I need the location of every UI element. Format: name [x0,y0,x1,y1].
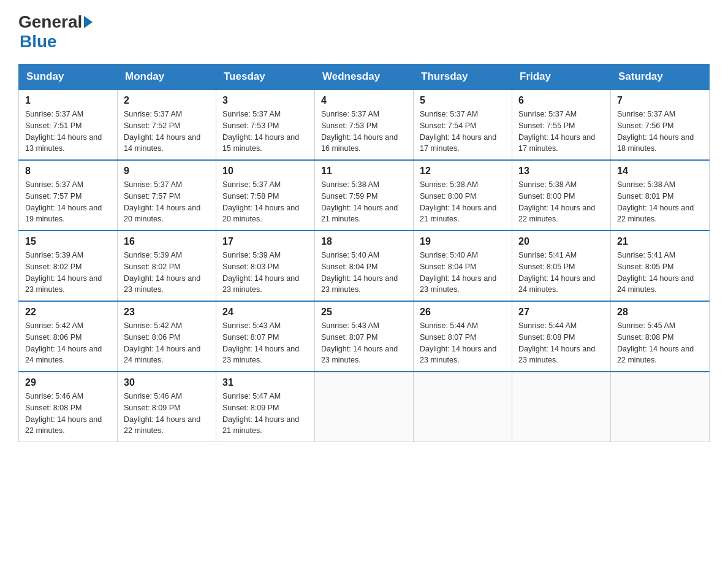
day-number: 3 [222,95,308,106]
weekday-header-tuesday: Tuesday [216,64,315,90]
day-info: Sunrise: 5:40 AMSunset: 8:04 PMDaylight:… [420,250,506,296]
calendar-cell: 11Sunrise: 5:38 AMSunset: 7:59 PMDayligh… [315,160,414,231]
calendar-cell: 18Sunrise: 5:40 AMSunset: 8:04 PMDayligh… [315,231,414,301]
logo: General Blue [18,12,94,52]
calendar-cell: 30Sunrise: 5:46 AMSunset: 8:09 PMDayligh… [118,372,216,442]
calendar-cell: 28Sunrise: 5:45 AMSunset: 8:08 PMDayligh… [611,301,710,372]
day-info: Sunrise: 5:42 AMSunset: 8:06 PMDaylight:… [124,320,210,366]
weekday-header-sunday: Sunday [19,64,118,90]
calendar-cell: 29Sunrise: 5:46 AMSunset: 8:08 PMDayligh… [19,372,118,442]
day-info: Sunrise: 5:38 AMSunset: 8:00 PMDaylight:… [420,179,506,225]
calendar-cell [611,372,710,442]
calendar-cell [315,372,414,442]
calendar-week-1: 1Sunrise: 5:37 AMSunset: 7:51 PMDaylight… [19,90,710,160]
day-number: 2 [124,95,210,106]
day-number: 14 [617,166,703,177]
day-number: 20 [518,236,604,247]
weekday-header-thursday: Thursday [414,64,512,90]
day-info: Sunrise: 5:42 AMSunset: 8:06 PMDaylight:… [25,320,111,366]
calendar-cell: 12Sunrise: 5:38 AMSunset: 8:00 PMDayligh… [414,160,512,231]
calendar-cell: 26Sunrise: 5:44 AMSunset: 8:07 PMDayligh… [414,301,512,372]
calendar-cell: 24Sunrise: 5:43 AMSunset: 8:07 PMDayligh… [216,301,315,372]
calendar-cell: 15Sunrise: 5:39 AMSunset: 8:02 PMDayligh… [19,231,118,301]
day-number: 24 [222,307,308,318]
calendar-cell: 3Sunrise: 5:37 AMSunset: 7:53 PMDaylight… [216,90,315,160]
calendar-cell: 20Sunrise: 5:41 AMSunset: 8:05 PMDayligh… [512,231,611,301]
day-number: 16 [124,236,210,247]
day-number: 30 [124,377,210,388]
day-info: Sunrise: 5:37 AMSunset: 7:51 PMDaylight:… [25,109,111,155]
calendar-cell: 7Sunrise: 5:37 AMSunset: 7:56 PMDaylight… [611,90,710,160]
calendar-cell: 9Sunrise: 5:37 AMSunset: 7:57 PMDaylight… [118,160,216,231]
day-number: 22 [25,307,111,318]
day-number: 12 [420,166,506,177]
day-info: Sunrise: 5:43 AMSunset: 8:07 PMDaylight:… [321,320,407,366]
day-info: Sunrise: 5:38 AMSunset: 7:59 PMDaylight:… [321,179,407,225]
day-number: 8 [25,166,111,177]
day-info: Sunrise: 5:37 AMSunset: 7:57 PMDaylight:… [25,179,111,225]
day-info: Sunrise: 5:38 AMSunset: 8:00 PMDaylight:… [518,179,604,225]
day-number: 1 [25,95,111,106]
day-info: Sunrise: 5:37 AMSunset: 7:57 PMDaylight:… [124,179,210,225]
day-number: 4 [321,95,407,106]
calendar-cell: 21Sunrise: 5:41 AMSunset: 8:05 PMDayligh… [611,231,710,301]
calendar-cell: 6Sunrise: 5:37 AMSunset: 7:55 PMDaylight… [512,90,611,160]
day-info: Sunrise: 5:46 AMSunset: 8:09 PMDaylight:… [124,391,210,437]
calendar-cell: 22Sunrise: 5:42 AMSunset: 8:06 PMDayligh… [19,301,118,372]
weekday-header-wednesday: Wednesday [315,64,414,90]
day-number: 23 [124,307,210,318]
calendar-cell: 17Sunrise: 5:39 AMSunset: 8:03 PMDayligh… [216,231,315,301]
day-info: Sunrise: 5:37 AMSunset: 7:53 PMDaylight:… [321,109,407,155]
weekday-header-friday: Friday [512,64,611,90]
day-info: Sunrise: 5:40 AMSunset: 8:04 PMDaylight:… [321,250,407,296]
day-number: 11 [321,166,407,177]
day-info: Sunrise: 5:37 AMSunset: 7:54 PMDaylight:… [420,109,506,155]
calendar-cell: 10Sunrise: 5:37 AMSunset: 7:58 PMDayligh… [216,160,315,231]
day-number: 27 [518,307,604,318]
calendar-cell: 31Sunrise: 5:47 AMSunset: 8:09 PMDayligh… [216,372,315,442]
day-number: 17 [222,236,308,247]
day-number: 5 [420,95,506,106]
calendar-week-5: 29Sunrise: 5:46 AMSunset: 8:08 PMDayligh… [19,372,710,442]
day-info: Sunrise: 5:44 AMSunset: 8:07 PMDaylight:… [420,320,506,366]
calendar-cell: 23Sunrise: 5:42 AMSunset: 8:06 PMDayligh… [118,301,216,372]
day-info: Sunrise: 5:41 AMSunset: 8:05 PMDaylight:… [518,250,604,296]
logo-arrow-icon [84,16,93,28]
day-info: Sunrise: 5:39 AMSunset: 8:02 PMDaylight:… [124,250,210,296]
calendar-cell: 25Sunrise: 5:43 AMSunset: 8:07 PMDayligh… [315,301,414,372]
day-number: 15 [25,236,111,247]
calendar-cell: 8Sunrise: 5:37 AMSunset: 7:57 PMDaylight… [19,160,118,231]
day-number: 25 [321,307,407,318]
day-number: 31 [222,377,308,388]
day-number: 7 [617,95,703,106]
calendar-week-2: 8Sunrise: 5:37 AMSunset: 7:57 PMDaylight… [19,160,710,231]
day-number: 26 [420,307,506,318]
day-info: Sunrise: 5:44 AMSunset: 8:08 PMDaylight:… [518,320,604,366]
calendar-cell [414,372,512,442]
day-info: Sunrise: 5:37 AMSunset: 7:53 PMDaylight:… [222,109,308,155]
logo-blue-text: Blue [20,32,57,51]
calendar-cell: 14Sunrise: 5:38 AMSunset: 8:01 PMDayligh… [611,160,710,231]
calendar-cell: 27Sunrise: 5:44 AMSunset: 8:08 PMDayligh… [512,301,611,372]
calendar-cell: 13Sunrise: 5:38 AMSunset: 8:00 PMDayligh… [512,160,611,231]
calendar-cell: 4Sunrise: 5:37 AMSunset: 7:53 PMDaylight… [315,90,414,160]
calendar-cell: 5Sunrise: 5:37 AMSunset: 7:54 PMDaylight… [414,90,512,160]
page-header: General Blue [18,12,710,52]
calendar-cell: 1Sunrise: 5:37 AMSunset: 7:51 PMDaylight… [19,90,118,160]
day-number: 13 [518,166,604,177]
day-info: Sunrise: 5:43 AMSunset: 8:07 PMDaylight:… [222,320,308,366]
calendar-week-4: 22Sunrise: 5:42 AMSunset: 8:06 PMDayligh… [19,301,710,372]
day-number: 6 [518,95,604,106]
day-info: Sunrise: 5:37 AMSunset: 7:56 PMDaylight:… [617,109,703,155]
calendar-table: SundayMondayTuesdayWednesdayThursdayFrid… [18,64,710,442]
day-info: Sunrise: 5:45 AMSunset: 8:08 PMDaylight:… [617,320,703,366]
calendar-cell: 16Sunrise: 5:39 AMSunset: 8:02 PMDayligh… [118,231,216,301]
day-info: Sunrise: 5:46 AMSunset: 8:08 PMDaylight:… [25,391,111,437]
day-info: Sunrise: 5:37 AMSunset: 7:58 PMDaylight:… [222,179,308,225]
day-number: 9 [124,166,210,177]
day-info: Sunrise: 5:39 AMSunset: 8:02 PMDaylight:… [25,250,111,296]
calendar-cell: 19Sunrise: 5:40 AMSunset: 8:04 PMDayligh… [414,231,512,301]
logo-general-text: General [18,12,82,32]
calendar-cell: 2Sunrise: 5:37 AMSunset: 7:52 PMDaylight… [118,90,216,160]
day-info: Sunrise: 5:37 AMSunset: 7:52 PMDaylight:… [124,109,210,155]
